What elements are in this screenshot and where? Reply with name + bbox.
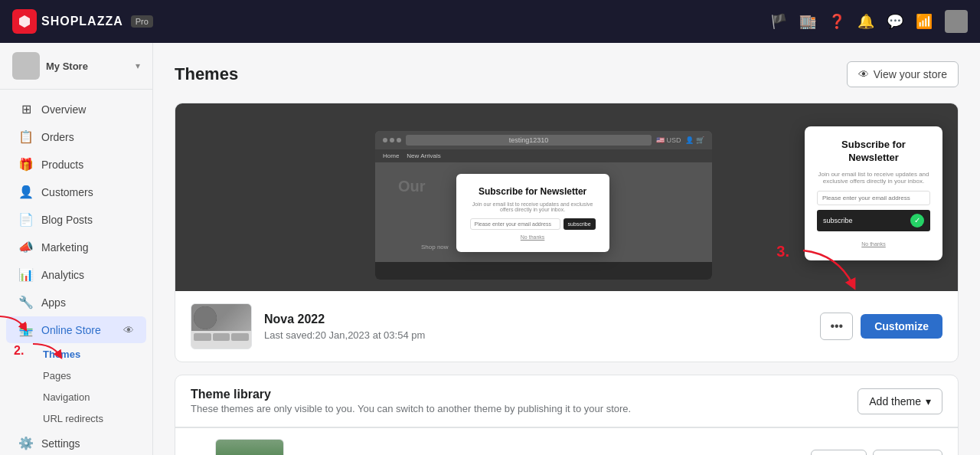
newsletter2-subscribe-label: subscribe [823, 217, 853, 224]
sidebar-label-marketing: Marketing [41, 241, 88, 254]
plan-badge: Pro [131, 15, 153, 28]
sidebar-sub-url-redirects[interactable]: URL redirects [35, 408, 152, 429]
sidebar-label-orders: Orders [41, 131, 74, 143]
newsletter-subtitle: Join our email list to receive updates a… [470, 201, 596, 212]
logo[interactable]: SHOPLAZZA [12, 9, 123, 34]
newsletter2-subtitle: Join our email list to receive updates a… [817, 171, 930, 185]
newsletter-no-thanks[interactable]: No thanks [470, 234, 596, 240]
eye-icon: 👁 [858, 68, 869, 80]
online-store-icon: 🏪 [18, 322, 34, 337]
logo-text: SHOPLAZZA [41, 15, 123, 28]
more-options-button[interactable]: ••• [820, 313, 853, 340]
sidebar-item-overview[interactable]: ⊞ Overview [6, 96, 146, 123]
sidebar-label-overview: Overview [41, 103, 86, 116]
sidebar-label-settings: Settings [41, 437, 80, 450]
wifi-icon[interactable]: 📶 [916, 13, 933, 30]
orders-icon: 📋 [18, 129, 34, 144]
annotation-2: 2. [14, 344, 24, 358]
nav-new-arrivals: New Arrivals [407, 152, 440, 159]
chevron-down-icon: ▾ [136, 61, 140, 71]
newsletter2-no-thanks[interactable]: No thanks [861, 241, 886, 247]
sidebar-label-apps: Apps [41, 296, 66, 309]
help-icon[interactable]: ❓ [828, 13, 845, 30]
products-icon: 🎁 [18, 157, 34, 172]
customize-button[interactable]: Customize [861, 314, 942, 339]
page-title: Themes [175, 64, 238, 84]
sidebar-label-blog-posts: Blog Posts [41, 214, 93, 226]
newsletter2-btn-row[interactable]: subscribe ✓ [817, 210, 930, 231]
browser-user-icon: 👤 🛒 [685, 136, 704, 144]
sidebar-item-analytics[interactable]: 📊 Analytics [6, 261, 146, 288]
sidebar-item-products[interactable]: 🎁 Products [6, 151, 146, 178]
newsletter-popup-1: Subscribe for Newsletter Join our email … [456, 174, 609, 252]
theme-info-row: Nova 2022 Last saved:20 Jan,2023 at 03:5… [175, 291, 958, 362]
sidebar-sub-pages[interactable]: Pages [35, 365, 152, 386]
thumb-btn-2 [213, 333, 230, 341]
library-item-customize-btn[interactable]: Customize [873, 450, 942, 456]
browser-dot-3 [397, 138, 401, 142]
store-selector[interactable]: My Store ▾ [0, 43, 152, 90]
sidebar-label-online-store: Online Store [41, 324, 101, 336]
newsletter-subscribe-btn[interactable]: subscribe [564, 218, 596, 230]
browser-body: Our Shop now Subscribe for Newsletter Jo… [375, 162, 712, 262]
top-navigation: SHOPLAZZA Pro 🏴 🏬 ❓ 🔔 💬 📶 [0, 0, 980, 43]
topnav-left: SHOPLAZZA Pro [12, 9, 153, 34]
thumb-bottom [191, 331, 251, 343]
library-item-thumbnail [215, 439, 284, 455]
theme-last-saved: Last saved:20 Jan,2023 at 03:54 pm [264, 329, 808, 341]
bell-icon[interactable]: 🔔 [858, 13, 874, 30]
user-avatar[interactable] [945, 10, 968, 33]
apps-icon: 🔧 [18, 295, 34, 309]
browser-flag: 🇺🇸 USD [656, 136, 681, 144]
add-theme-button[interactable]: Add theme ▾ [858, 388, 942, 414]
chat-icon[interactable]: 💬 [887, 13, 903, 30]
theme-library-title: Theme library [191, 388, 631, 401]
newsletter2-title: Subscribe for Newsletter [817, 139, 930, 165]
theme-library-subtitle: These themes are only visible to you. Yo… [191, 403, 631, 414]
store-icon[interactable]: 🏬 [799, 13, 816, 30]
shop-now-btn: Shop now [421, 244, 449, 250]
browser-nav: Home New Arrivals [375, 149, 712, 162]
sidebar-item-blog-posts[interactable]: 📄 Blog Posts [6, 206, 146, 233]
sidebar-label-analytics: Analytics [41, 269, 84, 281]
flag-icon[interactable]: 🏴 [770, 13, 787, 30]
sidebar-submenu: Themes 2. Pages Navigation URL redirects [0, 344, 152, 429]
sidebar: My Store ▾ ⊞ Overview 📋 Orders 🎁 Product… [0, 43, 153, 455]
store-info: My Store [12, 52, 88, 80]
topnav-right: 🏴 🏬 ❓ 🔔 💬 📶 [770, 10, 968, 33]
sidebar-sub-navigation[interactable]: Navigation [35, 387, 152, 408]
theme-actions: ••• Customize [820, 313, 942, 340]
blog-icon: 📄 [18, 212, 34, 227]
browser-dots [383, 138, 401, 142]
newsletter-input-row: subscribe [470, 218, 596, 230]
chevron-down-icon: ▾ [926, 395, 931, 408]
sidebar-label-customers: Customers [41, 186, 93, 198]
browser-dot-1 [383, 138, 387, 142]
thumb-top [191, 304, 251, 331]
sidebar-item-online-store[interactable]: 🏪 Online Store 👁 [6, 316, 146, 343]
sidebar-sub-themes[interactable]: Themes [35, 344, 152, 365]
newsletter-title: Subscribe for Newsletter [470, 186, 596, 197]
page-header: Themes 👁 View your store [175, 61, 959, 87]
theme-library-header: Theme library These themes are only visi… [175, 375, 958, 427]
sidebar-item-settings[interactable]: ⚙️ Settings [6, 430, 146, 455]
settings-icon: ⚙️ [18, 436, 34, 450]
eye-icon[interactable]: 👁 [123, 324, 134, 336]
sidebar-item-marketing[interactable]: 📣 Marketing [6, 234, 146, 260]
browser-mock: testing12310 🇺🇸 USD 👤 🛒 Home New Arrival… [375, 131, 712, 280]
newsletter-popup-2: Subscribe for Newsletter Join our email … [805, 126, 942, 260]
sidebar-item-apps[interactable]: 🔧 Apps [6, 289, 146, 316]
nav-home: Home [383, 152, 399, 159]
sidebar-item-customers[interactable]: 👤 Customers [6, 178, 146, 205]
newsletter-email-input[interactable] [470, 218, 560, 230]
library-item-publish-btn[interactable]: Publish [811, 450, 867, 456]
browser-dot-2 [390, 138, 394, 142]
theme-library-card: Theme library These themes are only visi… [175, 375, 959, 455]
theme-meta: Nova 2022 Last saved:20 Jan,2023 at 03:5… [264, 313, 808, 341]
sidebar-item-orders[interactable]: 📋 Orders [6, 123, 146, 150]
newsletter2-email-input[interactable] [817, 191, 930, 205]
view-store-button[interactable]: 👁 View your store [847, 61, 959, 87]
main-layout: My Store ▾ ⊞ Overview 📋 Orders 🎁 Product… [0, 43, 980, 455]
add-theme-label: Add theme [869, 395, 921, 408]
browser-content: Home New Arrivals Our Shop now Subscribe… [375, 149, 712, 280]
